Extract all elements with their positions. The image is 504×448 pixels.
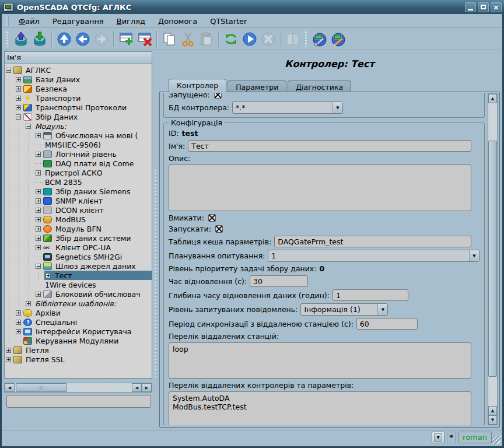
cut-button[interactable] (178, 30, 197, 48)
hscroll-thumb[interactable] (16, 383, 67, 392)
tree-item[interactable]: +Модуль BFN (5, 224, 152, 233)
scroll-left-icon[interactable]: ◀ (132, 383, 142, 392)
collapse-icon[interactable]: − (36, 264, 41, 269)
tree-item[interactable]: DAQ плати від Come (5, 159, 152, 168)
user-badge[interactable]: roman (458, 432, 492, 443)
scroll-right-icon[interactable]: ▶ (142, 383, 152, 392)
expand-icon[interactable]: + (46, 273, 51, 278)
expand-icon[interactable]: + (36, 226, 41, 232)
tree-item[interactable]: −Шлюз джерел даних (5, 261, 152, 271)
message-level-combobox[interactable]: Інформація (1) ▼ (300, 303, 388, 316)
expand-icon[interactable]: + (16, 77, 21, 82)
expand-icon[interactable]: + (36, 198, 41, 204)
restore-depth-input[interactable]: 1 (332, 289, 408, 301)
menu-item[interactable]: Файл (12, 15, 46, 27)
stations-list-textarea[interactable]: loop (169, 342, 471, 379)
tree-item[interactable]: Керування Модулями (5, 336, 152, 345)
tree-item[interactable]: −Збір Даних (5, 112, 152, 121)
collapse-icon[interactable]: − (16, 114, 21, 120)
panel-splitter[interactable] (152, 51, 159, 428)
menu-item[interactable]: QTStarter (204, 15, 253, 27)
tree-item[interactable]: +Безпека (5, 84, 152, 93)
close-button[interactable]: × (491, 2, 502, 12)
tree-item[interactable]: +Обчислювач на мові ( (5, 131, 152, 140)
start-checkbox[interactable] (215, 225, 223, 233)
tree-item[interactable]: −АГЛКС (5, 65, 152, 75)
controller-db-combobox[interactable]: *.* ▼ (232, 102, 343, 114)
expand-icon[interactable]: + (6, 348, 11, 353)
cache-table-input[interactable]: DAQGatePrm_test (274, 236, 471, 247)
tree-item[interactable]: +DCON клієнт (5, 205, 152, 215)
toolbar-handle-icon[interactable] (304, 32, 309, 47)
controllers-list-textarea[interactable]: System.AutoDA ModBus.testTCP.test (169, 391, 471, 425)
tree-item[interactable]: +Клієнт OPC-UA (5, 243, 152, 252)
tree-hscrollbar[interactable]: ◀ ◀ ▶ (4, 383, 152, 393)
scroll-up-icon[interactable]: ▲ (488, 94, 497, 103)
tree-item[interactable]: +Пристрої АСКО (5, 168, 152, 177)
expand-icon[interactable]: + (36, 208, 41, 213)
tree-item[interactable]: +Інтерфейси Користувача (5, 327, 152, 336)
save-to-db-button[interactable] (30, 30, 49, 48)
tree-item[interactable]: −Модуль: (5, 121, 152, 131)
refresh-button[interactable] (222, 30, 240, 48)
tab-inactive[interactable]: Діагностика (288, 80, 351, 92)
expand-icon[interactable]: + (36, 292, 41, 297)
expand-icon[interactable]: + (36, 245, 41, 250)
qtvision-starter-button[interactable] (329, 30, 348, 48)
add-item-button[interactable] (117, 30, 135, 48)
expand-icon[interactable]: + (16, 329, 21, 334)
delete-item-button[interactable] (135, 30, 154, 48)
chevron-down-icon[interactable]: ▼ (377, 304, 387, 315)
expand-icon[interactable]: + (26, 301, 31, 306)
tree-item[interactable]: +Транспортні Протоколи (5, 103, 152, 112)
tree-item[interactable]: +Збір даних системи (5, 233, 152, 243)
title-bar[interactable]: OpenSCADA QTCfg: АГЛКС × (0, 0, 504, 14)
collapse-icon[interactable]: − (6, 68, 11, 73)
modified-indicator[interactable]: * (447, 432, 456, 443)
sync-period-input[interactable]: 60 (356, 318, 418, 330)
name-input[interactable]: Тест (188, 140, 471, 152)
expand-icon[interactable]: + (16, 105, 21, 110)
expand-icon[interactable]: + (6, 357, 11, 362)
restore-time-input[interactable]: 30 (250, 275, 308, 287)
collapse-icon[interactable]: − (26, 124, 31, 129)
scroll-down-icon[interactable]: ▼ (488, 415, 497, 425)
expand-icon[interactable]: + (36, 133, 41, 138)
tree-item[interactable]: +Архіви (5, 308, 152, 317)
copy-button[interactable] (160, 30, 178, 48)
scroll-left-icon[interactable]: ◀ (5, 383, 15, 392)
maximize-button[interactable] (478, 2, 489, 12)
vscroll-thumb[interactable] (488, 141, 497, 377)
tree-item[interactable]: +Тест (5, 271, 152, 280)
expand-icon[interactable]: + (36, 236, 41, 241)
expand-icon[interactable]: + (36, 189, 41, 194)
expand-icon[interactable]: + (16, 86, 21, 92)
expand-icon[interactable]: + (36, 170, 41, 176)
tree-item[interactable]: 1Wire devices (5, 280, 152, 289)
tree-header[interactable]: Ім'я (5, 52, 152, 64)
tab-active[interactable]: Контролер (169, 79, 226, 92)
scroll-up-icon[interactable]: ▲ (488, 406, 497, 415)
enable-checkbox[interactable] (208, 214, 216, 222)
qtcfg-starter-button[interactable] (310, 30, 329, 48)
menu-item[interactable]: Редагування (46, 15, 110, 27)
tree-item[interactable]: +Бази Даних (5, 75, 152, 84)
go-back-button[interactable] (74, 30, 92, 48)
tree-item[interactable]: +SNMP клієнт (5, 196, 152, 205)
tree-item[interactable]: +Блоковий обчислювач (5, 289, 152, 299)
tree-item[interactable]: +Спеціальні (5, 317, 152, 327)
go-up-button[interactable] (55, 30, 74, 48)
tree-item[interactable]: Segnetics SMH2Gi (5, 252, 152, 261)
start-button[interactable] (240, 30, 259, 48)
load-from-db-button[interactable] (12, 30, 30, 48)
tree-item[interactable]: MMS(IEC-9506) (5, 140, 152, 149)
form-vscrollbar[interactable]: ▲ ▲ ▼ (488, 93, 498, 425)
toolbar-handle-icon[interactable] (5, 32, 10, 47)
menu-item[interactable]: Допомога (152, 15, 204, 27)
expand-icon[interactable]: + (16, 310, 21, 316)
menu-item[interactable]: Вигляд (110, 15, 152, 27)
chevron-down-icon[interactable]: ▼ (332, 102, 342, 113)
tree-item[interactable]: +Петля SSL (5, 355, 152, 364)
tree-item[interactable]: +Збір даних Siemens (5, 187, 152, 196)
tree-item[interactable]: +Бібліотеки шаблонів: (5, 299, 152, 308)
